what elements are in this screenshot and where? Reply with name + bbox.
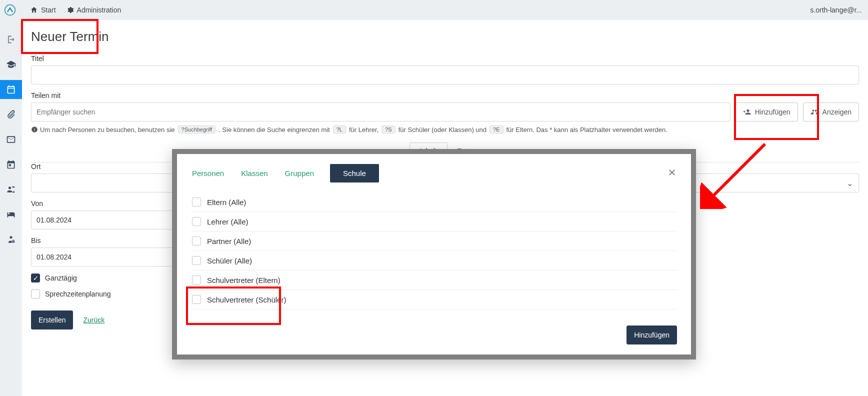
list-item-label: Eltern (Alle) bbox=[207, 198, 246, 206]
modal-list: Eltern (Alle) Lehrer (Alle) Partner (All… bbox=[191, 192, 677, 318]
nav-admin[interactable]: Administration bbox=[66, 6, 122, 14]
rail-schedule[interactable] bbox=[0, 155, 22, 174]
share-hint: i Um nach Personen zu besuchen, benutzen… bbox=[31, 126, 859, 134]
modal-tab-klassen[interactable]: Klassen bbox=[240, 165, 268, 182]
share-label: Teilen mit bbox=[31, 92, 859, 100]
sprech-label: Sprechzeitenplanung bbox=[45, 290, 111, 298]
rail-people[interactable] bbox=[0, 180, 22, 199]
app-logo[interactable] bbox=[0, 0, 20, 20]
logout-icon bbox=[6, 34, 16, 44]
topbar-nav: Start Administration bbox=[30, 6, 121, 14]
page-title: Neuer Termin bbox=[31, 29, 859, 44]
list-item[interactable]: Schulvertreter (Schüler) bbox=[191, 290, 677, 310]
info-icon: i bbox=[31, 126, 38, 133]
modal-tab-gruppen[interactable]: Gruppen bbox=[284, 165, 315, 182]
rail-logout[interactable] bbox=[0, 30, 22, 49]
close-icon bbox=[667, 168, 677, 178]
list-item-label: Schüler (Alle) bbox=[207, 256, 252, 265]
gear-icon bbox=[66, 6, 74, 14]
bis-input[interactable] bbox=[31, 248, 181, 266]
nav-start-label: Start bbox=[41, 6, 56, 14]
add-recipient-button[interactable]: Hinzufügen bbox=[736, 102, 798, 122]
mail-icon bbox=[6, 134, 16, 144]
title-input[interactable] bbox=[31, 66, 859, 84]
topbar-user[interactable]: s.orth-lange@r... bbox=[810, 6, 862, 14]
rail-bed[interactable] bbox=[0, 205, 22, 224]
checkbox-icon bbox=[192, 276, 201, 284]
show-recipients-label: Anzeigen bbox=[822, 108, 852, 116]
checkbox-checked-icon: ✓ bbox=[31, 274, 40, 282]
user-plus-icon bbox=[743, 108, 751, 116]
list-item[interactable]: Partner (Alle) bbox=[191, 232, 677, 251]
users-icon bbox=[810, 108, 818, 116]
allday-label: Ganztägig bbox=[45, 274, 77, 282]
rail-calendar[interactable] bbox=[0, 80, 22, 99]
title-label: Titel bbox=[31, 54, 859, 62]
list-item[interactable]: Schulvertreter (Eltern) bbox=[191, 270, 677, 290]
checkbox-icon bbox=[192, 217, 201, 226]
create-button[interactable]: Erstellen bbox=[31, 310, 73, 330]
create-label: Erstellen bbox=[38, 316, 66, 324]
rail-mail[interactable] bbox=[0, 130, 22, 149]
show-recipients-button[interactable]: Anzeigen bbox=[803, 102, 859, 122]
list-item[interactable]: Schüler (Alle) bbox=[191, 251, 677, 270]
people-swap-icon bbox=[6, 184, 16, 194]
add-recipients-modal: Personen Klassen Gruppen Schule Eltern (… bbox=[172, 149, 696, 360]
rail-help[interactable] bbox=[0, 230, 22, 249]
nav-admin-label: Administration bbox=[77, 6, 122, 14]
chevron-down-icon: ⌄ bbox=[846, 178, 853, 188]
modal-tab-schule[interactable]: Schule bbox=[330, 164, 379, 182]
checkbox-icon bbox=[192, 198, 201, 206]
list-item[interactable]: Eltern (Alle) bbox=[191, 192, 677, 212]
modal-add-label: Hinzufügen bbox=[634, 331, 670, 339]
von-input[interactable] bbox=[31, 210, 181, 230]
svg-point-0 bbox=[5, 5, 16, 16]
checkbox-icon bbox=[192, 256, 201, 265]
modal-close-button[interactable] bbox=[667, 168, 677, 180]
left-rail bbox=[0, 20, 22, 396]
rail-attach[interactable] bbox=[0, 105, 22, 124]
modal-add-button[interactable]: Hinzufügen bbox=[626, 326, 677, 344]
list-item-label: Schulvertreter (Schüler) bbox=[207, 296, 286, 304]
list-item-label: Schulvertreter (Eltern) bbox=[207, 276, 280, 284]
logo-icon bbox=[4, 4, 16, 16]
list-item-label: Lehrer (Alle) bbox=[207, 218, 248, 226]
person-help-icon bbox=[6, 234, 16, 244]
checkbox-icon bbox=[192, 295, 201, 304]
nav-start[interactable]: Start bbox=[30, 6, 56, 14]
share-input[interactable] bbox=[31, 102, 730, 122]
modal-tabs: Personen Klassen Gruppen Schule bbox=[191, 164, 677, 182]
list-item-label: Partner (Alle) bbox=[207, 237, 251, 246]
checkbox-unchecked-icon bbox=[31, 290, 40, 298]
svg-text:i: i bbox=[34, 128, 35, 132]
checkbox-icon bbox=[192, 236, 201, 246]
modal-tab-personen[interactable]: Personen bbox=[191, 165, 225, 182]
calendar-alt-icon bbox=[6, 160, 16, 170]
calendar-icon bbox=[6, 84, 16, 94]
back-link[interactable]: Zurück bbox=[83, 316, 104, 324]
add-recipient-label: Hinzufügen bbox=[755, 108, 790, 116]
bed-icon bbox=[6, 210, 16, 220]
list-item[interactable]: Lehrer (Alle) bbox=[191, 212, 677, 232]
home-icon bbox=[30, 6, 38, 14]
rail-academic[interactable] bbox=[0, 55, 22, 74]
topbar: Start Administration s.orth-lange@r... bbox=[0, 0, 868, 20]
graduation-icon bbox=[6, 60, 16, 70]
attachment-icon bbox=[6, 110, 16, 120]
